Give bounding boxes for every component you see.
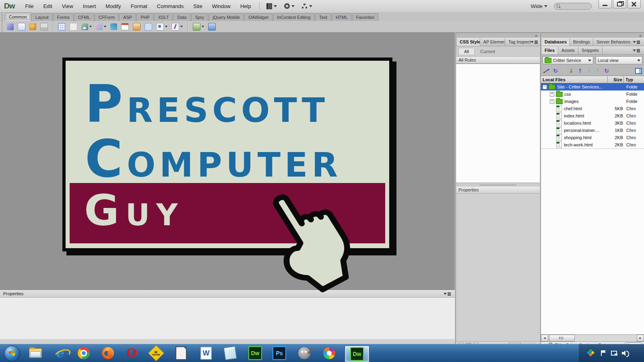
tab-oawidget[interactable]: OAWidget (244, 13, 272, 21)
horizontal-rule-button[interactable] (40, 23, 48, 31)
minimize-button[interactable] (599, 0, 612, 8)
collapse-to-icons-button[interactable]: » (456, 33, 540, 38)
tab-php[interactable]: PHP (136, 13, 154, 21)
tree-row-css-folder[interactable]: + css Folde (541, 90, 644, 98)
menu-file[interactable]: File (21, 0, 39, 12)
taskbar-explorer[interactable] (29, 346, 42, 360)
restore-button[interactable] (613, 0, 626, 8)
widget-button[interactable] (110, 23, 117, 30)
tree-row-locations[interactable]: locations.html 3KB Chro (541, 119, 644, 127)
tab-databases[interactable]: Databases (541, 38, 570, 46)
panel-menu-icon[interactable] (444, 292, 451, 296)
insert-div-button[interactable] (70, 23, 77, 31)
templates-button[interactable] (193, 23, 204, 31)
menu-help[interactable]: Help (235, 0, 256, 12)
tab-snippets[interactable]: Snippets (578, 47, 603, 54)
panel-menu-icon[interactable] (633, 40, 640, 44)
tree-row-index[interactable]: index.html 2KB Chro (541, 112, 644, 119)
menu-commands[interactable]: Commands (152, 0, 188, 12)
tab-text[interactable]: Text (315, 13, 331, 21)
scroll-right-button[interactable]: ► (637, 335, 644, 341)
tree-row-personal-trainer[interactable]: personal-trainer.... 1KB Chro (541, 127, 644, 134)
css-rules-list[interactable] (456, 64, 540, 183)
column-size[interactable]: Size (608, 77, 623, 82)
tab-layout[interactable]: Layout (31, 13, 53, 21)
scroll-left-button[interactable]: ◄ (541, 335, 548, 341)
table-button[interactable] (58, 23, 66, 31)
media-button[interactable] (96, 23, 106, 30)
tree-row-shopping[interactable]: shopping.html 2KB Chro (541, 134, 644, 141)
workspace-switcher[interactable]: Wide (530, 3, 547, 9)
script-button[interactable] (171, 23, 183, 31)
date-button[interactable] (121, 23, 129, 31)
site-dropdown[interactable]: Critter Service (543, 56, 593, 64)
tab-server-behaviors[interactable]: Server Behaviors (593, 38, 633, 46)
site-menu-button[interactable] (302, 2, 312, 10)
tab-incontext-editing[interactable]: InContext Editing (273, 13, 315, 21)
tab-common[interactable]: Common (5, 12, 31, 21)
tab-jquery-mobile[interactable]: jQuery Mobile (208, 13, 244, 21)
panel-menu-icon[interactable] (530, 40, 536, 44)
menu-insert[interactable]: Insert (78, 0, 101, 12)
tab-tag-inspector[interactable]: Tag Inspector (505, 38, 530, 46)
tree-row-site-root[interactable]: − Site - Critter Services... Folde (541, 83, 644, 90)
tag-chooser-button[interactable] (208, 23, 216, 31)
menu-modify[interactable]: Modify (101, 0, 126, 12)
taskbar-opera[interactable]: O (125, 346, 139, 360)
taskbar-notepad[interactable] (223, 346, 237, 360)
file-list-empty-area[interactable] (541, 149, 644, 334)
taskbar-dreamweaver[interactable]: Dw (248, 346, 262, 360)
taskbar-libreoffice[interactable] (174, 346, 188, 360)
current-view-button[interactable]: Current (475, 48, 501, 55)
tree-row-chef[interactable]: chef.html 5KB Chro (541, 105, 644, 112)
taskbar-photoshop[interactable]: Ps (272, 346, 286, 360)
horizontal-scrollbar[interactable]: ◄ ► (541, 334, 644, 341)
collapse-expander[interactable]: − (543, 85, 547, 89)
check-in-icon[interactable]: ↑ (594, 67, 602, 74)
search-input[interactable] (554, 3, 592, 10)
comment-button[interactable] (144, 23, 152, 31)
menu-site[interactable]: Site (188, 0, 207, 12)
column-type[interactable]: Typ (624, 77, 644, 82)
drag-grip[interactable] (0, 21, 5, 32)
email-link-button[interactable] (18, 23, 25, 31)
taskbar-picasa[interactable] (322, 346, 336, 360)
menu-format[interactable]: Format (126, 0, 152, 12)
menu-window[interactable]: Window (207, 0, 235, 12)
taskbar-gimp[interactable] (297, 346, 311, 360)
expand-expander[interactable]: + (550, 92, 554, 97)
tab-favorites[interactable]: Favorites (352, 13, 378, 21)
refresh-icon[interactable]: ↻ (551, 67, 559, 74)
close-button[interactable] (627, 0, 641, 8)
document-canvas[interactable]: Prescott Computer Guy (0, 32, 455, 290)
expand-expander[interactable]: + (550, 99, 554, 104)
check-out-icon[interactable]: ↓ (585, 67, 593, 74)
taskbar-ietester[interactable]: IETESTER (149, 346, 163, 360)
tree-row-tech-work[interactable]: tech-work.html 2KB Chro (541, 141, 644, 148)
panel-splitter[interactable] (456, 183, 540, 187)
tab-bindings[interactable]: Bindings (570, 38, 593, 46)
menu-edit[interactable]: Edit (38, 0, 57, 12)
taskbar-chrome[interactable] (77, 346, 91, 360)
properties-panel-header[interactable]: Properties (0, 290, 455, 298)
put-files-icon[interactable]: ↑ (576, 67, 584, 74)
get-files-icon[interactable]: ↓ (567, 67, 575, 74)
head-button[interactable] (156, 23, 167, 31)
start-button[interactable] (4, 346, 20, 362)
hyperlink-button[interactable] (7, 23, 14, 30)
tab-cfform[interactable]: CFForm (95, 13, 119, 21)
view-dropdown[interactable]: Local view (596, 56, 642, 64)
all-view-button[interactable]: All (458, 48, 475, 55)
expand-panel-icon[interactable] (634, 67, 642, 74)
layout-switcher-button[interactable] (266, 2, 277, 10)
panel-menu-icon[interactable] (633, 48, 640, 52)
taskbar-internet-explorer[interactable]: e (53, 346, 66, 360)
server-side-include-button[interactable] (133, 23, 140, 31)
tab-forms[interactable]: Forms (53, 13, 74, 21)
tab-asp[interactable]: ASP (119, 13, 136, 21)
tab-css-styles[interactable]: CSS Styles (456, 38, 480, 46)
menu-view[interactable]: View (57, 0, 78, 12)
tab-files[interactable]: Files (541, 47, 558, 54)
taskbar-firefox[interactable] (101, 346, 115, 360)
extend-dreamweaver-button[interactable] (284, 2, 295, 10)
